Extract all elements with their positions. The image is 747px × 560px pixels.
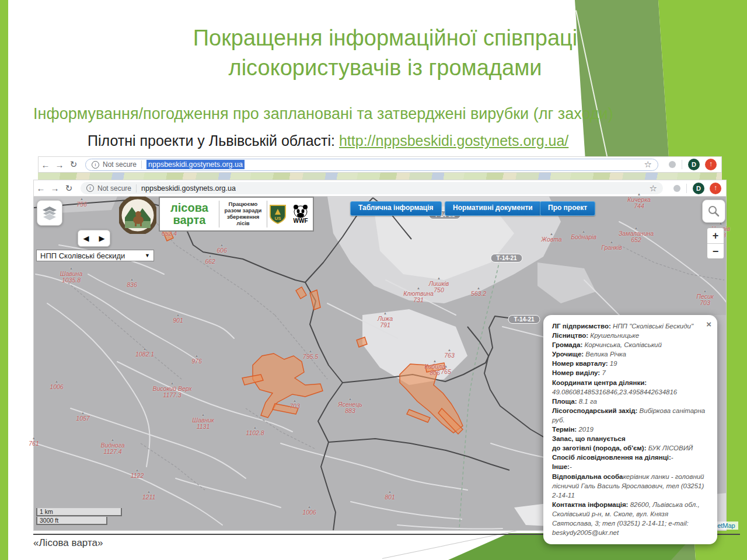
profile-avatar[interactable]: D [688, 159, 700, 170]
browser-toolbar-main: Not secure nppsbeskidi.gostynets.org.ua … [33, 180, 727, 197]
us-forest-service-logo: US [267, 204, 288, 224]
wwf-logo: WWF [288, 204, 313, 224]
popup-row: Номер виділу: 7 [552, 368, 708, 377]
zoom-control: + − [707, 228, 724, 259]
decor-diagonal-line-gray [382, 528, 528, 559]
scale-bar-ft: 3000 ft [36, 517, 107, 525]
layers-control[interactable] [37, 200, 62, 226]
normative-docs-button[interactable]: Нормативні документи [445, 201, 541, 216]
bookmark-star-icon[interactable] [644, 159, 652, 170]
info-icon[interactable] [86, 184, 94, 192]
red-extension-icon[interactable] [705, 159, 717, 170]
park-select-value: НПП Сколівські бескиди [40, 251, 125, 260]
red-extension-icon[interactable] [710, 183, 721, 194]
url-text-selected[interactable]: nppsbeskidi.gostynets.org.ua [146, 160, 245, 169]
map-strip-thumbnail [38, 173, 722, 180]
popup-row: Номер кварталу: 19 [552, 359, 708, 368]
layers-icon [41, 205, 58, 221]
search-icon [707, 205, 720, 218]
zoom-out-button[interactable]: − [707, 244, 724, 259]
pan-right-icon[interactable] [99, 234, 105, 243]
popup-row: Координати центра ділянки:49.08608148531… [552, 378, 708, 397]
pilot-projects-label: Пілотні проекти у Львівській області: [88, 132, 339, 149]
popup-row: до заготівлі (порода, об'єм): БУК ЛІСОВИ… [552, 443, 708, 453]
table-info-button[interactable]: Таблична інформація [350, 201, 442, 216]
url-bar-divider [141, 160, 142, 169]
scale-bar-km: 1 km [36, 508, 122, 516]
extension-icon[interactable] [669, 161, 676, 168]
park-logo [119, 197, 156, 234]
search-control[interactable] [702, 200, 725, 223]
banner-slogan: Працюємо разом заради збереження лісів [219, 201, 267, 227]
svg-text:US: US [274, 216, 281, 221]
slide-title-line1: Покращення інформаційної співпраці [23, 23, 747, 53]
popup-row: Урочище: Велика Річка [552, 349, 708, 359]
popup-row: Спосіб лісовідновлення на ділянці:- [552, 453, 708, 462]
park-select-dropdown[interactable]: НПП Сколівські бескиди [36, 250, 154, 261]
road-badge: Т-14-21 [490, 254, 522, 262]
url-bar-top[interactable]: Not secure nppsbeskidi.gostynets.org.ua [85, 159, 658, 171]
forward-icon[interactable] [48, 183, 62, 193]
profile-avatar[interactable]: D [693, 183, 704, 194]
url-bar-main[interactable]: Not secure nppsbeskidi.gostynets.org.ua [81, 182, 663, 194]
security-label: Not secure [103, 160, 137, 169]
close-icon[interactable]: × [706, 318, 711, 330]
popup-row: Лісництво: Крушельницьке [552, 331, 708, 340]
pilot-projects-link[interactable]: http://nppsbeskidi.gostynets.org.ua/ [339, 132, 568, 149]
partner-banner: лісова варта Працюємо разом заради збере… [159, 197, 314, 232]
popup-row: Запас, що планується [552, 434, 708, 443]
reload-icon[interactable] [62, 183, 76, 194]
back-icon[interactable] [39, 160, 53, 170]
slide-title-line2: лісокористувачів із громадами [23, 53, 747, 83]
chevron-down-icon [145, 253, 150, 258]
popup-row: Громада: Корчинська, Сколівський [552, 340, 708, 349]
browser-toolbar-top: Not secure nppsbeskidi.gostynets.org.ua … [38, 156, 722, 173]
lisova-varta-wordmark: лісова варта [160, 202, 219, 226]
popup-row: Лісогосподарський захід: Вибіркова саніт… [552, 406, 708, 425]
zoom-in-button[interactable]: + [707, 228, 724, 244]
about-project-button[interactable]: Про проект [540, 201, 595, 216]
pan-arrows-control[interactable] [78, 230, 110, 247]
bookmark-star-icon[interactable] [650, 183, 657, 194]
url-text[interactable]: nppsbeskidi.gostynets.org.ua [141, 184, 236, 192]
toolbar-divider [682, 160, 682, 169]
back-icon[interactable] [34, 183, 48, 193]
popup-row: Контактна інформація: 82600, Львівська о… [552, 500, 708, 537]
footer-caption: «Лісова варта» [33, 537, 103, 549]
popup-row: Інше:- [552, 462, 708, 471]
slide-title: Покращення інформаційної співпраці лісок… [23, 23, 747, 83]
pan-left-icon[interactable] [83, 234, 89, 243]
pilot-projects-line: Пілотні проекти у Львівській області: ht… [88, 132, 568, 149]
slide-subtitle: Інформування/погодження про заплановані … [33, 105, 613, 123]
wwf-label: WWF [294, 218, 308, 224]
popup-row: ЛГ підприємство: НПП "Сколівські Бескиди… [552, 321, 708, 331]
decor-left-bar [0, 0, 8, 560]
extension-icon[interactable] [673, 185, 680, 192]
popup-row: Площа: 8.1 га [552, 397, 708, 406]
forward-icon[interactable] [53, 160, 67, 170]
toolbar-divider [686, 184, 687, 193]
reload-icon[interactable] [67, 159, 81, 170]
url-bar-divider [136, 184, 137, 192]
feature-popup: × ЛГ підприємство: НПП "Сколівські Бески… [543, 315, 717, 544]
popup-row: Відповідальна особакерівник ланки - голо… [552, 472, 708, 500]
info-icon[interactable] [92, 161, 99, 169]
security-label: Not secure [97, 184, 131, 192]
popup-row: Термін: 2019 [552, 425, 708, 434]
road-badge: Т-14-21 [508, 315, 540, 324]
